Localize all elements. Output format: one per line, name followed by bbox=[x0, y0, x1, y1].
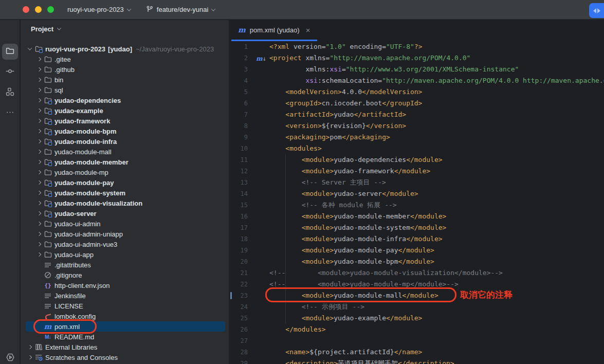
activity-bar-commit-button[interactable] bbox=[2, 64, 18, 80]
code-line-11[interactable]: 11 <module>yudao-dependencies</module> bbox=[229, 154, 604, 166]
tree-item-yudao-module-system[interactable]: yudao-module-system bbox=[21, 188, 229, 198]
chevron-right-icon[interactable] bbox=[35, 253, 43, 256]
code-line-8[interactable]: 8 <version>${revision}</version> bbox=[229, 120, 604, 132]
project-selector[interactable]: ruoyi-vue-pro-2023 bbox=[63, 4, 135, 15]
chevron-right-icon[interactable] bbox=[35, 171, 43, 174]
code-line-6[interactable]: 6 <groupId>cn.iocoder.boot</groupId> bbox=[229, 98, 604, 109]
chevron-right-icon[interactable] bbox=[26, 356, 34, 359]
code-line-24[interactable]: 24 <!-- 示例项目 --> bbox=[229, 301, 604, 313]
code-line-15[interactable]: 15 <!-- 各种 module 拓展 --> bbox=[229, 199, 604, 211]
chevron-right-icon[interactable] bbox=[35, 202, 43, 205]
code-line-12[interactable]: 12 <module>yudao-framework</module> bbox=[229, 166, 604, 177]
code-with-me-button[interactable] bbox=[589, 3, 604, 18]
tree-item-license[interactable]: LICENSE bbox=[21, 301, 229, 311]
chevron-right-icon[interactable] bbox=[35, 243, 43, 246]
tree-item-yudao-ui-app[interactable]: yudao-ui-app bbox=[21, 249, 229, 260]
activity-bar-more-button[interactable] bbox=[2, 105, 18, 121]
tree-item-yudao-module-mall[interactable]: yudao-module-mall bbox=[21, 147, 229, 157]
tree-item-yudao-ui-admin-uniapp[interactable]: yudao-ui-admin-uniapp bbox=[21, 229, 229, 239]
chevron-right-icon[interactable] bbox=[35, 130, 43, 133]
code-line-27[interactable]: 27 bbox=[229, 335, 604, 347]
tree-item-label: lombok.config bbox=[54, 313, 96, 320]
code-line-19[interactable]: 19 <module>yudao-module-pay</module> bbox=[229, 245, 604, 256]
tree-item--gitignore[interactable]: .gitignore bbox=[21, 270, 229, 280]
tree-item-pom-xml[interactable]: mpom.xml bbox=[26, 321, 225, 332]
tree-item-lombok-config[interactable]: lombok.config bbox=[21, 311, 229, 321]
tree-item-ruoyi-vue-pro-2023[interactable]: ruoyi-vue-pro-2023[yudao]~/Java/ruoyi-vu… bbox=[21, 44, 229, 54]
chevron-right-icon[interactable] bbox=[35, 119, 43, 122]
code-line-23[interactable]: 23 <module>yudao-module-mall</module> bbox=[229, 290, 604, 301]
code-line-13[interactable]: 13 <!-- Server 主项目 --> bbox=[229, 177, 604, 188]
tree-item-yudao-example[interactable]: yudao-example bbox=[21, 105, 229, 116]
code-line-3[interactable]: 3 xmlns:xsi="http://www.w3.org/2001/XMLS… bbox=[229, 64, 604, 75]
maven-sync-icon[interactable]: m↓ bbox=[256, 53, 266, 64]
code-line-7[interactable]: 7 <artifactId>yudao</artifactId> bbox=[229, 109, 604, 120]
chevron-right-icon[interactable] bbox=[35, 58, 43, 61]
chevron-right-icon[interactable] bbox=[35, 150, 43, 153]
code-line-1[interactable]: 1<?xml version="1.0" encoding="UTF-8"?> bbox=[229, 41, 604, 52]
code-line-9[interactable]: 9 <packaging>pom</packaging> bbox=[229, 132, 604, 143]
tree-item-jenkinsfile[interactable]: Jenkinsfile bbox=[21, 290, 229, 301]
tree-item-readme-md[interactable]: M↓README.md bbox=[21, 332, 229, 342]
tree-item--gitattributes[interactable]: .gitattributes bbox=[21, 260, 229, 270]
activity-bar-structure-button[interactable] bbox=[2, 85, 18, 101]
code-line-16[interactable]: 16 <module>yudao-module-member</module> bbox=[229, 211, 604, 222]
tree-item-http-client-env-json[interactable]: {}http-client.env.json bbox=[21, 280, 229, 290]
code-line-29[interactable]: 29 <description>芋道项目基础脚手架</description> bbox=[229, 358, 604, 364]
code-line-5[interactable]: 5 <modelVersion>4.0.0</modelVersion> bbox=[229, 86, 604, 98]
code-line-18[interactable]: 18 <module>yudao-module-infra</module> bbox=[229, 233, 604, 245]
code-line-4[interactable]: 4 xsi:schemaLocation="http://maven.apach… bbox=[229, 75, 604, 86]
chevron-right-icon[interactable] bbox=[35, 109, 43, 112]
chevron-right-icon[interactable] bbox=[35, 232, 43, 235]
code-line-26[interactable]: 26 </modules> bbox=[229, 324, 604, 335]
tree-item-scratches-and-consoles[interactable]: Scratches and Consoles bbox=[21, 352, 229, 362]
code-line-21[interactable]: 21<!-- <module>yudao-module-visualizatio… bbox=[229, 267, 604, 279]
tree-item-sql[interactable]: sql bbox=[21, 85, 229, 95]
tree-item-bin[interactable]: bin bbox=[21, 75, 229, 85]
chevron-right-icon[interactable] bbox=[35, 222, 43, 225]
tree-item--gitee[interactable]: .gitee bbox=[21, 54, 229, 64]
code-line-10[interactable]: 10 <modules> bbox=[229, 143, 604, 154]
branch-selector[interactable]: feature/dev-yunai bbox=[142, 4, 219, 15]
tree-item-yudao-framework[interactable]: yudao-framework bbox=[21, 116, 229, 126]
close-tab-icon[interactable]: × bbox=[306, 26, 310, 34]
tree-item-yudao-module-bpm[interactable]: yudao-module-bpm bbox=[21, 126, 229, 136]
tree-item-yudao-ui-admin-vue3[interactable]: yudao-ui-admin-vue3 bbox=[21, 239, 229, 249]
chevron-right-icon[interactable] bbox=[35, 140, 43, 143]
chevron-right-icon[interactable] bbox=[35, 78, 43, 81]
code-line-25[interactable]: 25 <module>yudao-example</module> bbox=[229, 313, 604, 324]
code-editor[interactable]: 1<?xml version="1.0" encoding="UTF-8"?>2… bbox=[229, 41, 604, 364]
activity-bar-project-button[interactable] bbox=[2, 44, 18, 60]
chevron-right-icon[interactable] bbox=[35, 212, 43, 215]
activity-bar-services-button[interactable] bbox=[2, 350, 18, 364]
chevron-right-icon[interactable] bbox=[35, 88, 43, 92]
tree-item-external-libraries[interactable]: External Libraries bbox=[21, 342, 229, 352]
chevron-down-icon[interactable] bbox=[26, 47, 34, 50]
project-panel-header[interactable]: Project bbox=[21, 20, 229, 38]
chevron-right-icon[interactable] bbox=[35, 191, 43, 194]
code-line-20[interactable]: 20 <module>yudao-module-bpm</module> bbox=[229, 256, 604, 267]
chevron-right-icon[interactable] bbox=[35, 160, 43, 163]
minimize-window-button[interactable] bbox=[35, 6, 42, 13]
tree-item-yudao-module-infra[interactable]: yudao-module-infra bbox=[21, 136, 229, 147]
close-window-button[interactable] bbox=[23, 6, 29, 13]
chevron-right-icon[interactable] bbox=[35, 181, 43, 184]
code-line-22[interactable]: 22<!-- <module>yudao-module-mp</module>-… bbox=[229, 279, 604, 290]
code-line-14[interactable]: 14 <module>yudao-server</module> bbox=[229, 188, 604, 199]
tree-item-yudao-server[interactable]: yudao-server bbox=[21, 208, 229, 219]
code-line-2[interactable]: 2m↓<project xmlns="http://maven.apache.o… bbox=[229, 52, 604, 64]
tree-item-yudao-module-pay[interactable]: yudao-module-pay bbox=[21, 177, 229, 188]
maximize-window-button[interactable] bbox=[47, 6, 54, 13]
tree-item-yudao-module-member[interactable]: yudao-module-member bbox=[21, 157, 229, 167]
tree-item--github[interactable]: .github bbox=[21, 64, 229, 75]
chevron-right-icon[interactable] bbox=[35, 99, 43, 102]
tree-item-yudao-module-mp[interactable]: yudao-module-mp bbox=[21, 167, 229, 177]
tree-item-yudao-module-visualization[interactable]: yudao-module-visualization bbox=[21, 198, 229, 208]
chevron-right-icon[interactable] bbox=[35, 68, 43, 71]
tab-pom-xml[interactable]: m pom.xml (yudao) × bbox=[231, 20, 317, 41]
tree-item-yudao-dependencies[interactable]: yudao-dependencies bbox=[21, 95, 229, 105]
code-line-17[interactable]: 17 <module>yudao-module-system</module> bbox=[229, 222, 604, 233]
tree-item-yudao-ui-admin[interactable]: yudao-ui-admin bbox=[21, 219, 229, 229]
code-line-28[interactable]: 28 <name>${project.artifactId}</name> bbox=[229, 347, 604, 358]
chevron-right-icon[interactable] bbox=[26, 345, 34, 349]
